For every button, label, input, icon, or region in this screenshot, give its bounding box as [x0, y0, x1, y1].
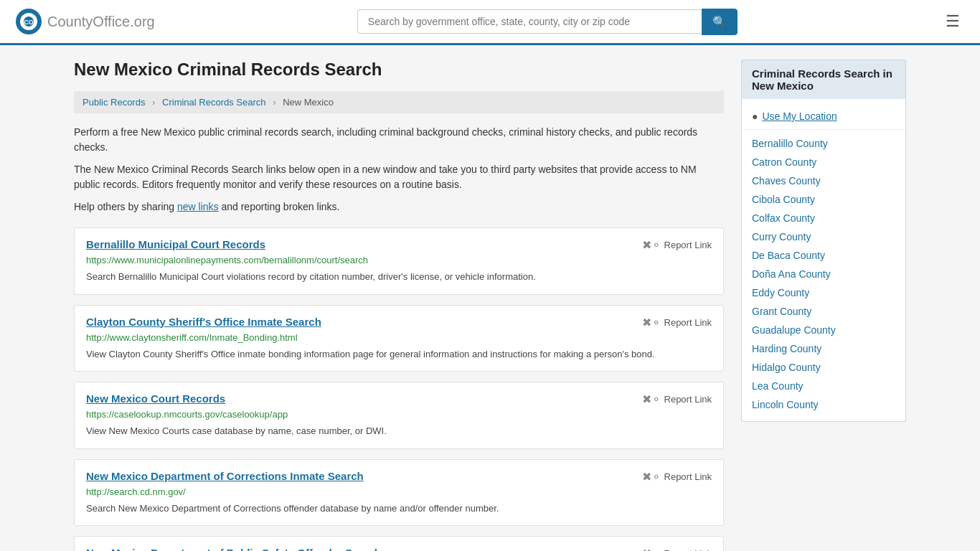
use-location[interactable]: ● Use My Location — [742, 106, 905, 130]
record-item: New Mexico Department of Corrections Inm… — [74, 459, 724, 527]
search-button[interactable]: 🔍 — [702, 9, 738, 35]
record-url[interactable]: http://search.cd.nm.gov/ — [86, 486, 712, 497]
report-icon: ✖⚬ — [642, 316, 661, 329]
report-icon: ✖⚬ — [642, 470, 661, 484]
logo-text: CountyOffice.org — [47, 14, 155, 30]
header: CO CountyOffice.org 🔍 ☰ — [0, 0, 980, 45]
sidebar-county-link[interactable]: De Baca County — [742, 246, 905, 265]
breadcrumb-criminal-records[interactable]: Criminal Records Search — [162, 97, 266, 108]
record-title[interactable]: New Mexico Department of Corrections Inm… — [86, 470, 364, 482]
report-icon: ✖⚬ — [642, 238, 661, 252]
sidebar-county-link[interactable]: Doña Ana County — [742, 265, 905, 283]
sidebar-county-link[interactable]: Harding County — [742, 339, 905, 358]
sidebar-county-link[interactable]: Colfax County — [742, 209, 905, 227]
sidebar-county-link[interactable]: Lea County — [742, 377, 905, 395]
header-right: ☰ — [940, 9, 966, 34]
record-title[interactable]: New Mexico Department of Public Safety O… — [86, 547, 381, 551]
record-header: New Mexico Department of Corrections Inm… — [86, 470, 712, 484]
sidebar-county-link[interactable]: Chaves County — [742, 171, 905, 190]
breadcrumb: Public Records › Criminal Records Search… — [74, 91, 724, 113]
svg-text:CO: CO — [24, 19, 34, 26]
record-url[interactable]: https://www.municipalonlinepayments.com/… — [86, 255, 712, 265]
breadcrumb-public-records[interactable]: Public Records — [83, 97, 145, 108]
sidebar-county-link[interactable]: Catron County — [742, 153, 905, 171]
county-links: Bernalillo CountyCatron CountyChaves Cou… — [742, 134, 905, 414]
report-link[interactable]: ✖⚬ Report Link — [642, 392, 712, 406]
sidebar-county-link[interactable]: Curry County — [742, 227, 905, 246]
record-desc: View New Mexico Courts case database by … — [86, 424, 712, 438]
report-link[interactable]: ✖⚬ Report Link — [642, 316, 712, 329]
report-link[interactable]: ✖⚬ Report Link — [642, 238, 712, 252]
description-2: The New Mexico Criminal Records Search l… — [74, 162, 724, 192]
logo-area: CO CountyOffice.org — [14, 7, 155, 36]
record-header: New Mexico Department of Public Safety O… — [86, 547, 712, 551]
main-container: New Mexico Criminal Records Search Publi… — [60, 45, 920, 551]
record-url[interactable]: http://www.claytonsheriff.com/Inmate_Bon… — [86, 332, 712, 343]
record-url[interactable]: https://caselookup.nmcourts.gov/caselook… — [86, 409, 712, 420]
sidebar-county-link[interactable]: Lincoln County — [742, 395, 905, 414]
breadcrumb-current: New Mexico — [283, 97, 334, 108]
record-title[interactable]: New Mexico Court Records — [86, 392, 225, 405]
description-1: Perform a free New Mexico public crimina… — [74, 125, 724, 155]
report-link[interactable]: ✖⚬ Report Link — [642, 547, 712, 551]
sidebar-county-link[interactable]: Eddy County — [742, 283, 905, 302]
sidebar-county-link[interactable]: Grant County — [742, 302, 905, 321]
sidebar-title: Criminal Records Search in New Mexico — [741, 60, 906, 99]
location-icon: ● — [752, 110, 758, 122]
new-links-link[interactable]: new links — [177, 201, 219, 212]
main-content: New Mexico Criminal Records Search Publi… — [74, 60, 724, 551]
report-icon: ✖⚬ — [642, 547, 661, 551]
sidebar-body: ● Use My Location Bernalillo CountyCatro… — [741, 99, 906, 422]
sidebar-county-link[interactable]: Bernalillo County — [742, 134, 905, 153]
record-header: Bernalillo Municipal Court Records ✖⚬ Re… — [86, 238, 712, 252]
record-desc: View Clayton County Sheriff's Office inm… — [86, 347, 712, 362]
record-item: New Mexico Court Records ✖⚬ Report Link … — [74, 382, 724, 449]
report-link[interactable]: ✖⚬ Report Link — [642, 470, 712, 484]
record-item: Clayton County Sheriff's Office Inmate S… — [74, 305, 724, 372]
sidebar-county-link[interactable]: Hidalgo County — [742, 358, 905, 377]
search-area: 🔍 — [357, 9, 738, 35]
record-item: Bernalillo Municipal Court Records ✖⚬ Re… — [74, 227, 724, 295]
record-header: New Mexico Court Records ✖⚬ Report Link — [86, 392, 712, 406]
records-list: Bernalillo Municipal Court Records ✖⚬ Re… — [74, 227, 724, 551]
record-desc: Search Bernalillo Municipal Court violat… — [86, 270, 712, 284]
logo-icon: CO — [14, 7, 43, 36]
record-item: New Mexico Department of Public Safety O… — [74, 536, 724, 551]
record-title[interactable]: Clayton County Sheriff's Office Inmate S… — [86, 316, 321, 328]
menu-button[interactable]: ☰ — [940, 9, 966, 34]
sidebar: Criminal Records Search in New Mexico ● … — [741, 60, 906, 551]
record-header: Clayton County Sheriff's Office Inmate S… — [86, 316, 712, 329]
search-input[interactable] — [357, 9, 702, 34]
record-title[interactable]: Bernalillo Municipal Court Records — [86, 238, 265, 250]
sidebar-county-link[interactable]: Cibola County — [742, 190, 905, 209]
page-title: New Mexico Criminal Records Search — [74, 60, 724, 80]
report-icon: ✖⚬ — [642, 392, 661, 406]
sidebar-county-link[interactable]: Guadalupe County — [742, 321, 905, 339]
record-desc: Search New Mexico Department of Correcti… — [86, 501, 712, 516]
use-location-link[interactable]: Use My Location — [762, 110, 837, 122]
description-3: Help others by sharing new links and rep… — [74, 199, 724, 215]
